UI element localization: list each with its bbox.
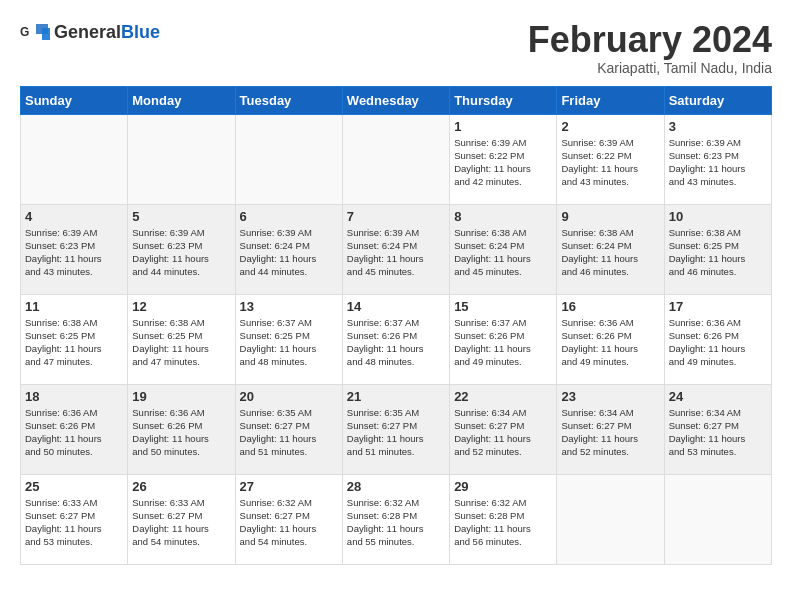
day-number: 11 <box>25 299 123 314</box>
day-info: Sunrise: 6:38 AM Sunset: 6:24 PM Dayligh… <box>561 226 659 279</box>
day-number: 10 <box>669 209 767 224</box>
day-cell: 4Sunrise: 6:39 AM Sunset: 6:23 PM Daylig… <box>21 204 128 294</box>
day-cell: 9Sunrise: 6:38 AM Sunset: 6:24 PM Daylig… <box>557 204 664 294</box>
day-number: 24 <box>669 389 767 404</box>
day-number: 12 <box>132 299 230 314</box>
day-cell <box>664 474 771 564</box>
day-cell: 25Sunrise: 6:33 AM Sunset: 6:27 PM Dayli… <box>21 474 128 564</box>
day-info: Sunrise: 6:38 AM Sunset: 6:24 PM Dayligh… <box>454 226 552 279</box>
logo-blue: Blue <box>121 22 160 43</box>
day-number: 28 <box>347 479 445 494</box>
day-cell: 13Sunrise: 6:37 AM Sunset: 6:25 PM Dayli… <box>235 294 342 384</box>
day-info: Sunrise: 6:39 AM Sunset: 6:22 PM Dayligh… <box>454 136 552 189</box>
day-number: 18 <box>25 389 123 404</box>
day-info: Sunrise: 6:36 AM Sunset: 6:26 PM Dayligh… <box>561 316 659 369</box>
day-number: 1 <box>454 119 552 134</box>
day-number: 16 <box>561 299 659 314</box>
title-area: February 2024 Kariapatti, Tamil Nadu, In… <box>528 20 772 76</box>
day-cell <box>21 114 128 204</box>
day-cell: 6Sunrise: 6:39 AM Sunset: 6:24 PM Daylig… <box>235 204 342 294</box>
page-header: G General Blue February 2024 Kariapatti,… <box>20 20 772 76</box>
day-info: Sunrise: 6:39 AM Sunset: 6:24 PM Dayligh… <box>240 226 338 279</box>
week-row-2: 11Sunrise: 6:38 AM Sunset: 6:25 PM Dayli… <box>21 294 772 384</box>
header-friday: Friday <box>557 86 664 114</box>
day-cell: 18Sunrise: 6:36 AM Sunset: 6:26 PM Dayli… <box>21 384 128 474</box>
logo-icon: G <box>20 20 50 44</box>
header-wednesday: Wednesday <box>342 86 449 114</box>
day-cell: 26Sunrise: 6:33 AM Sunset: 6:27 PM Dayli… <box>128 474 235 564</box>
day-info: Sunrise: 6:36 AM Sunset: 6:26 PM Dayligh… <box>132 406 230 459</box>
day-cell: 8Sunrise: 6:38 AM Sunset: 6:24 PM Daylig… <box>450 204 557 294</box>
day-cell: 11Sunrise: 6:38 AM Sunset: 6:25 PM Dayli… <box>21 294 128 384</box>
day-cell: 24Sunrise: 6:34 AM Sunset: 6:27 PM Dayli… <box>664 384 771 474</box>
month-title: February 2024 <box>528 20 772 60</box>
svg-marker-2 <box>42 28 50 40</box>
day-number: 6 <box>240 209 338 224</box>
day-cell: 3Sunrise: 6:39 AM Sunset: 6:23 PM Daylig… <box>664 114 771 204</box>
header-row: SundayMondayTuesdayWednesdayThursdayFrid… <box>21 86 772 114</box>
day-number: 19 <box>132 389 230 404</box>
day-number: 9 <box>561 209 659 224</box>
day-cell: 21Sunrise: 6:35 AM Sunset: 6:27 PM Dayli… <box>342 384 449 474</box>
day-cell: 16Sunrise: 6:36 AM Sunset: 6:26 PM Dayli… <box>557 294 664 384</box>
day-cell: 22Sunrise: 6:34 AM Sunset: 6:27 PM Dayli… <box>450 384 557 474</box>
day-cell: 14Sunrise: 6:37 AM Sunset: 6:26 PM Dayli… <box>342 294 449 384</box>
day-info: Sunrise: 6:35 AM Sunset: 6:27 PM Dayligh… <box>347 406 445 459</box>
day-info: Sunrise: 6:38 AM Sunset: 6:25 PM Dayligh… <box>25 316 123 369</box>
day-info: Sunrise: 6:37 AM Sunset: 6:26 PM Dayligh… <box>347 316 445 369</box>
header-saturday: Saturday <box>664 86 771 114</box>
day-cell <box>557 474 664 564</box>
day-number: 17 <box>669 299 767 314</box>
svg-text:G: G <box>20 25 29 39</box>
day-info: Sunrise: 6:33 AM Sunset: 6:27 PM Dayligh… <box>132 496 230 549</box>
day-cell: 20Sunrise: 6:35 AM Sunset: 6:27 PM Dayli… <box>235 384 342 474</box>
day-info: Sunrise: 6:39 AM Sunset: 6:23 PM Dayligh… <box>25 226 123 279</box>
day-info: Sunrise: 6:34 AM Sunset: 6:27 PM Dayligh… <box>454 406 552 459</box>
day-cell: 27Sunrise: 6:32 AM Sunset: 6:27 PM Dayli… <box>235 474 342 564</box>
week-row-1: 4Sunrise: 6:39 AM Sunset: 6:23 PM Daylig… <box>21 204 772 294</box>
day-cell: 15Sunrise: 6:37 AM Sunset: 6:26 PM Dayli… <box>450 294 557 384</box>
day-number: 2 <box>561 119 659 134</box>
day-number: 26 <box>132 479 230 494</box>
day-number: 29 <box>454 479 552 494</box>
day-info: Sunrise: 6:39 AM Sunset: 6:22 PM Dayligh… <box>561 136 659 189</box>
day-cell <box>128 114 235 204</box>
week-row-0: 1Sunrise: 6:39 AM Sunset: 6:22 PM Daylig… <box>21 114 772 204</box>
logo-general: General <box>54 22 121 43</box>
day-cell: 1Sunrise: 6:39 AM Sunset: 6:22 PM Daylig… <box>450 114 557 204</box>
calendar-table: SundayMondayTuesdayWednesdayThursdayFrid… <box>20 86 772 565</box>
day-number: 5 <box>132 209 230 224</box>
logo: G General Blue <box>20 20 160 44</box>
day-cell: 17Sunrise: 6:36 AM Sunset: 6:26 PM Dayli… <box>664 294 771 384</box>
day-info: Sunrise: 6:36 AM Sunset: 6:26 PM Dayligh… <box>669 316 767 369</box>
day-info: Sunrise: 6:34 AM Sunset: 6:27 PM Dayligh… <box>669 406 767 459</box>
header-tuesday: Tuesday <box>235 86 342 114</box>
day-number: 27 <box>240 479 338 494</box>
day-info: Sunrise: 6:33 AM Sunset: 6:27 PM Dayligh… <box>25 496 123 549</box>
day-number: 20 <box>240 389 338 404</box>
day-info: Sunrise: 6:35 AM Sunset: 6:27 PM Dayligh… <box>240 406 338 459</box>
day-info: Sunrise: 6:39 AM Sunset: 6:24 PM Dayligh… <box>347 226 445 279</box>
week-row-3: 18Sunrise: 6:36 AM Sunset: 6:26 PM Dayli… <box>21 384 772 474</box>
day-number: 15 <box>454 299 552 314</box>
week-row-4: 25Sunrise: 6:33 AM Sunset: 6:27 PM Dayli… <box>21 474 772 564</box>
day-info: Sunrise: 6:36 AM Sunset: 6:26 PM Dayligh… <box>25 406 123 459</box>
day-cell: 2Sunrise: 6:39 AM Sunset: 6:22 PM Daylig… <box>557 114 664 204</box>
day-cell: 23Sunrise: 6:34 AM Sunset: 6:27 PM Dayli… <box>557 384 664 474</box>
day-cell: 19Sunrise: 6:36 AM Sunset: 6:26 PM Dayli… <box>128 384 235 474</box>
day-cell <box>342 114 449 204</box>
day-number: 4 <box>25 209 123 224</box>
day-number: 22 <box>454 389 552 404</box>
day-number: 25 <box>25 479 123 494</box>
day-cell <box>235 114 342 204</box>
day-number: 23 <box>561 389 659 404</box>
day-number: 13 <box>240 299 338 314</box>
day-info: Sunrise: 6:38 AM Sunset: 6:25 PM Dayligh… <box>132 316 230 369</box>
day-number: 21 <box>347 389 445 404</box>
day-cell: 7Sunrise: 6:39 AM Sunset: 6:24 PM Daylig… <box>342 204 449 294</box>
day-info: Sunrise: 6:39 AM Sunset: 6:23 PM Dayligh… <box>132 226 230 279</box>
day-number: 3 <box>669 119 767 134</box>
day-cell: 12Sunrise: 6:38 AM Sunset: 6:25 PM Dayli… <box>128 294 235 384</box>
day-info: Sunrise: 6:32 AM Sunset: 6:27 PM Dayligh… <box>240 496 338 549</box>
location: Kariapatti, Tamil Nadu, India <box>528 60 772 76</box>
